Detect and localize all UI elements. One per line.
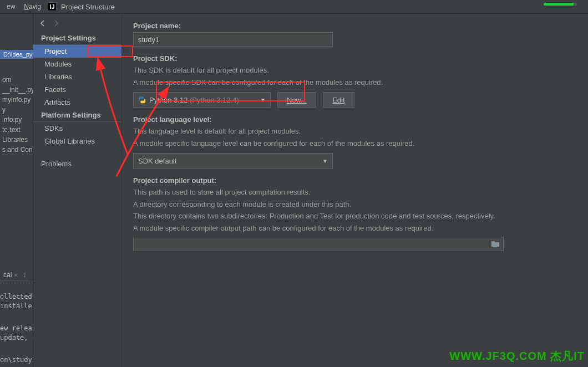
intellij-icon: IJ xyxy=(48,2,57,11)
lang-description: A module specific language level can be … xyxy=(133,138,577,149)
sidebar-item-modules[interactable]: Modules xyxy=(33,58,121,70)
project-name-input[interactable] xyxy=(133,32,333,47)
menu-navigate[interactable]: Navig xyxy=(22,2,43,12)
chevron-down-icon: ▼ xyxy=(260,97,266,103)
tree-item[interactable]: te.text xyxy=(0,125,33,135)
compiler-description: This directory contains two subdirectori… xyxy=(133,211,577,222)
lang-description: This language level is default for all p… xyxy=(133,126,577,137)
close-icon[interactable]: × xyxy=(14,272,17,278)
sidebar-item-artifacts[interactable]: Artifacts xyxy=(33,96,121,109)
background-project-tree: om __init__.py myinfo.py y info.py te.te… xyxy=(0,14,33,367)
language-level-dropdown[interactable]: SDK default ▼ xyxy=(133,153,333,169)
dialog-title: Project Structure xyxy=(61,3,115,11)
tree-item[interactable]: s and Con xyxy=(0,145,33,155)
breadcrumb[interactable]: D:\idea_py xyxy=(0,50,36,59)
sidebar-item-libraries[interactable]: Libraries xyxy=(33,70,121,83)
progress-bar xyxy=(544,3,577,6)
sidebar-item-global-libraries[interactable]: Global Libraries xyxy=(33,135,121,147)
menu-view[interactable]: ew xyxy=(4,2,17,12)
tree-item[interactable]: myinfo.py xyxy=(0,95,33,105)
section-project-settings: Project Settings xyxy=(33,32,121,45)
tree-item[interactable]: om xyxy=(0,75,33,85)
tree-item[interactable]: y xyxy=(0,105,33,115)
chevron-down-icon: ▼ xyxy=(322,158,328,164)
tree-item[interactable]: Libraries xyxy=(0,135,33,145)
terminal-tab-label: cal xyxy=(3,271,12,279)
compiler-description: This path is used to store all project c… xyxy=(133,187,577,198)
sdk-description: A module specific SDK can be configured … xyxy=(133,77,577,88)
back-arrow-icon[interactable] xyxy=(39,19,47,27)
project-sdk-label: Project SDK: xyxy=(133,54,577,63)
sdk-description: This SDK is default for all project modu… xyxy=(133,65,577,76)
sidebar-item-facets[interactable]: Facets xyxy=(33,83,121,96)
python-icon xyxy=(138,96,146,104)
folder-icon[interactable] xyxy=(491,239,500,249)
sdk-version: (Python 3.12.4) xyxy=(190,96,239,104)
tree-item[interactable]: info.py xyxy=(0,115,33,125)
lang-combo-value: SDK default xyxy=(138,157,322,165)
terminal-tab[interactable]: cal × ⟟ xyxy=(0,270,29,281)
compiler-output-input[interactable] xyxy=(133,237,504,251)
project-structure-dialog: Project Settings Project Modules Librari… xyxy=(33,14,588,367)
content-panel: Project name: Project SDK: This SDK is d… xyxy=(122,14,588,367)
edit-sdk-button[interactable]: Edit xyxy=(323,92,354,108)
sidebar-item-project[interactable]: Project xyxy=(33,45,121,58)
watermark: WWW.JF3Q.COM 杰凡IT xyxy=(449,349,585,364)
sdk-dropdown[interactable]: Python 3.12 (Python 3.12.4) ▼ xyxy=(133,92,271,108)
forward-arrow-icon[interactable] xyxy=(52,19,60,27)
project-name-label: Project name: xyxy=(133,22,577,30)
compiler-description: A directory corresponding to each module… xyxy=(133,199,577,210)
new-sdk-button[interactable]: New... xyxy=(277,92,316,108)
sdk-name: Python 3.12 xyxy=(149,96,187,104)
sidebar-item-sdks[interactable]: SDKs xyxy=(33,122,121,135)
section-platform-settings: Platform Settings xyxy=(33,109,121,122)
tree-item[interactable]: __init__.py xyxy=(0,85,33,95)
sidebar-item-problems[interactable]: Problems xyxy=(33,157,121,170)
language-level-label: Project language level: xyxy=(133,115,577,124)
pin-icon[interactable]: ⟟ xyxy=(23,271,26,279)
title-bar: ew Navig IJ Project Structure xyxy=(0,0,588,14)
compiler-output-label: Project compiler output: xyxy=(133,176,577,185)
compiler-description: A module specific compiler output path c… xyxy=(133,223,577,234)
sidebar: Project Settings Project Modules Librari… xyxy=(33,14,122,367)
